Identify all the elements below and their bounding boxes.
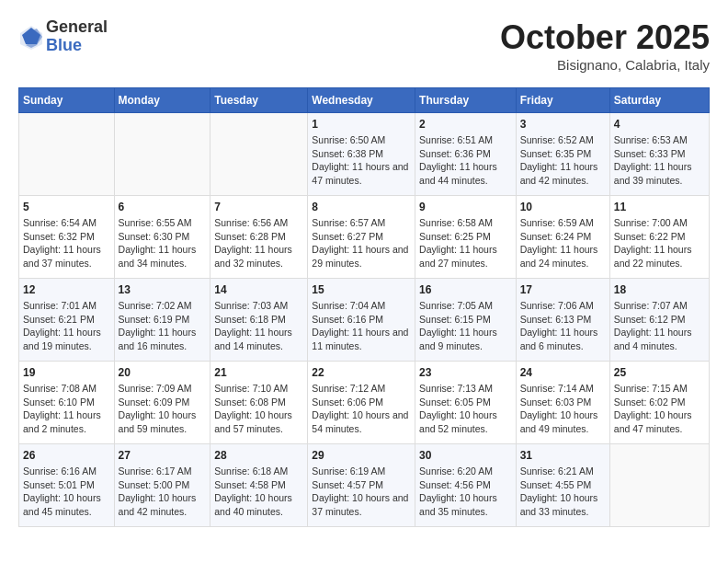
day-number: 31 [520, 449, 606, 462]
table-row [114, 113, 210, 196]
day-info: Sunrise: 7:00 AM Sunset: 6:22 PM Dayligh… [614, 216, 705, 270]
day-number: 3 [520, 118, 606, 131]
logo-general-text: General [46, 18, 108, 37]
day-info: Sunrise: 6:21 AM Sunset: 4:55 PM Dayligh… [520, 465, 606, 519]
week-row-4: 19Sunrise: 7:08 AM Sunset: 6:10 PM Dayli… [19, 362, 710, 444]
table-row: 21Sunrise: 7:10 AM Sunset: 6:08 PM Dayli… [210, 362, 308, 444]
table-row: 5Sunrise: 6:54 AM Sunset: 6:32 PM Daylig… [19, 196, 115, 279]
table-row: 29Sunrise: 6:19 AM Sunset: 4:57 PM Dayli… [308, 444, 415, 527]
logo-text: General Blue [46, 18, 108, 55]
day-info: Sunrise: 6:58 AM Sunset: 6:25 PM Dayligh… [419, 216, 512, 270]
day-number: 25 [614, 366, 705, 379]
day-info: Sunrise: 7:14 AM Sunset: 6:03 PM Dayligh… [520, 382, 606, 436]
calendar-table: SundayMondayTuesdayWednesdayThursdayFrid… [18, 87, 710, 527]
table-row: 6Sunrise: 6:55 AM Sunset: 6:30 PM Daylig… [114, 196, 210, 279]
day-number: 22 [312, 366, 411, 379]
calendar-body: 1Sunrise: 6:50 AM Sunset: 6:38 PM Daylig… [19, 113, 710, 527]
day-info: Sunrise: 7:04 AM Sunset: 6:16 PM Dayligh… [312, 299, 411, 353]
day-info: Sunrise: 6:52 AM Sunset: 6:35 PM Dayligh… [520, 133, 606, 188]
day-info: Sunrise: 6:57 AM Sunset: 6:27 PM Dayligh… [312, 216, 411, 270]
day-info: Sunrise: 6:50 AM Sunset: 6:38 PM Dayligh… [312, 133, 411, 188]
day-number: 16 [419, 283, 512, 296]
day-number: 15 [312, 283, 411, 296]
table-row: 18Sunrise: 7:07 AM Sunset: 6:12 PM Dayli… [609, 279, 709, 362]
table-row: 4Sunrise: 6:53 AM Sunset: 6:33 PM Daylig… [609, 113, 709, 196]
table-row: 24Sunrise: 7:14 AM Sunset: 6:03 PM Dayli… [516, 362, 609, 444]
day-info: Sunrise: 6:18 AM Sunset: 4:58 PM Dayligh… [214, 465, 303, 519]
page-header: General Blue October 2025 Bisignano, Cal… [18, 18, 710, 73]
day-number: 5 [23, 201, 110, 213]
table-row [609, 444, 709, 527]
day-info: Sunrise: 6:56 AM Sunset: 6:28 PM Dayligh… [214, 216, 303, 270]
day-number: 29 [312, 449, 411, 462]
day-info: Sunrise: 6:59 AM Sunset: 6:24 PM Dayligh… [520, 216, 606, 270]
table-row: 27Sunrise: 6:17 AM Sunset: 5:00 PM Dayli… [114, 444, 210, 527]
table-row: 1Sunrise: 6:50 AM Sunset: 6:38 PM Daylig… [308, 113, 415, 196]
day-info: Sunrise: 7:02 AM Sunset: 6:19 PM Dayligh… [119, 299, 207, 353]
day-number: 18 [614, 283, 705, 296]
table-row: 30Sunrise: 6:20 AM Sunset: 4:56 PM Dayli… [415, 444, 517, 527]
header-friday: Friday [516, 88, 609, 113]
day-info: Sunrise: 7:13 AM Sunset: 6:05 PM Dayligh… [419, 382, 512, 436]
day-number: 23 [419, 366, 512, 379]
title-block: October 2025 Bisignano, Calabria, Italy [500, 18, 710, 73]
header-sunday: Sunday [19, 88, 115, 113]
table-row: 8Sunrise: 6:57 AM Sunset: 6:27 PM Daylig… [308, 196, 415, 279]
day-info: Sunrise: 6:53 AM Sunset: 6:33 PM Dayligh… [614, 133, 705, 188]
logo-icon [18, 24, 44, 50]
week-row-1: 1Sunrise: 6:50 AM Sunset: 6:38 PM Daylig… [19, 113, 710, 196]
logo-blue-text: Blue [46, 37, 108, 55]
header-monday: Monday [114, 88, 210, 113]
day-number: 13 [119, 283, 207, 296]
table-row: 2Sunrise: 6:51 AM Sunset: 6:36 PM Daylig… [415, 113, 517, 196]
day-number: 6 [119, 201, 207, 213]
day-number: 30 [419, 449, 512, 462]
table-row: 25Sunrise: 7:15 AM Sunset: 6:02 PM Dayli… [609, 362, 709, 444]
table-row: 28Sunrise: 6:18 AM Sunset: 4:58 PM Dayli… [210, 444, 308, 527]
table-row: 26Sunrise: 6:16 AM Sunset: 5:01 PM Dayli… [19, 444, 115, 527]
week-row-3: 12Sunrise: 7:01 AM Sunset: 6:21 PM Dayli… [19, 279, 710, 362]
day-info: Sunrise: 6:20 AM Sunset: 4:56 PM Dayligh… [419, 465, 512, 519]
day-info: Sunrise: 6:16 AM Sunset: 5:01 PM Dayligh… [23, 465, 110, 519]
day-number: 7 [214, 201, 303, 213]
day-info: Sunrise: 7:08 AM Sunset: 6:10 PM Dayligh… [23, 382, 110, 436]
table-row: 14Sunrise: 7:03 AM Sunset: 6:18 PM Dayli… [210, 279, 308, 362]
day-info: Sunrise: 7:15 AM Sunset: 6:02 PM Dayligh… [614, 382, 705, 436]
header-row: SundayMondayTuesdayWednesdayThursdayFrid… [19, 88, 710, 113]
day-number: 11 [614, 201, 705, 213]
calendar-header: SundayMondayTuesdayWednesdayThursdayFrid… [19, 88, 710, 113]
day-number: 9 [419, 201, 512, 213]
day-number: 1 [312, 118, 411, 131]
table-row: 20Sunrise: 7:09 AM Sunset: 6:09 PM Dayli… [114, 362, 210, 444]
table-row: 15Sunrise: 7:04 AM Sunset: 6:16 PM Dayli… [308, 279, 415, 362]
day-number: 28 [214, 449, 303, 462]
day-info: Sunrise: 7:07 AM Sunset: 6:12 PM Dayligh… [614, 299, 705, 353]
table-row: 9Sunrise: 6:58 AM Sunset: 6:25 PM Daylig… [415, 196, 517, 279]
table-row: 17Sunrise: 7:06 AM Sunset: 6:13 PM Dayli… [516, 279, 609, 362]
day-info: Sunrise: 7:12 AM Sunset: 6:06 PM Dayligh… [312, 382, 411, 436]
week-row-2: 5Sunrise: 6:54 AM Sunset: 6:32 PM Daylig… [19, 196, 710, 279]
header-saturday: Saturday [609, 88, 709, 113]
day-number: 4 [614, 118, 705, 131]
day-number: 8 [312, 201, 411, 213]
day-info: Sunrise: 7:06 AM Sunset: 6:13 PM Dayligh… [520, 299, 606, 353]
day-number: 21 [214, 366, 303, 379]
day-info: Sunrise: 7:09 AM Sunset: 6:09 PM Dayligh… [119, 382, 207, 436]
day-info: Sunrise: 6:55 AM Sunset: 6:30 PM Dayligh… [119, 216, 207, 270]
day-number: 12 [23, 283, 110, 296]
day-info: Sunrise: 6:19 AM Sunset: 4:57 PM Dayligh… [312, 465, 411, 519]
day-number: 24 [520, 366, 606, 379]
table-row: 19Sunrise: 7:08 AM Sunset: 6:10 PM Dayli… [19, 362, 115, 444]
day-info: Sunrise: 6:17 AM Sunset: 5:00 PM Dayligh… [119, 465, 207, 519]
logo: General Blue [18, 18, 108, 55]
day-number: 17 [520, 283, 606, 296]
day-number: 2 [419, 118, 512, 131]
day-number: 10 [520, 201, 606, 213]
header-tuesday: Tuesday [210, 88, 308, 113]
table-row: 3Sunrise: 6:52 AM Sunset: 6:35 PM Daylig… [516, 113, 609, 196]
week-row-5: 26Sunrise: 6:16 AM Sunset: 5:01 PM Dayli… [19, 444, 710, 527]
day-info: Sunrise: 7:01 AM Sunset: 6:21 PM Dayligh… [23, 299, 110, 353]
header-wednesday: Wednesday [308, 88, 415, 113]
table-row: 11Sunrise: 7:00 AM Sunset: 6:22 PM Dayli… [609, 196, 709, 279]
table-row: 16Sunrise: 7:05 AM Sunset: 6:15 PM Dayli… [415, 279, 517, 362]
